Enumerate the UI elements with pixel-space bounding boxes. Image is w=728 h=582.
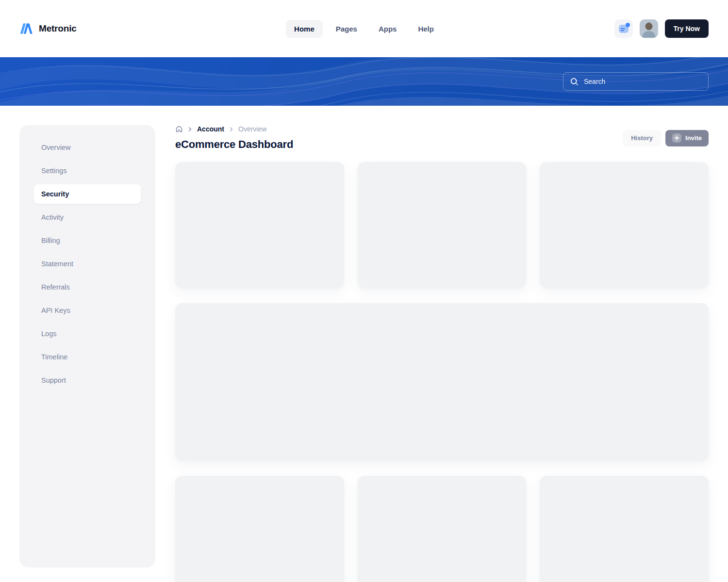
chevron-right-icon — [187, 127, 193, 132]
page-head: Account Overview eCommerce Dashboard His… — [175, 125, 709, 151]
app-header: Metronic Home Pages Apps Help Try Now — [0, 0, 728, 57]
sidebar-item-activity[interactable]: Activity — [34, 208, 141, 227]
sidebar-item-settings[interactable]: Settings — [34, 161, 141, 180]
search-box[interactable] — [563, 72, 709, 91]
search-icon — [570, 78, 579, 86]
content: Overview Settings Security Activity Bill… — [0, 125, 728, 582]
sidebar-item-statement[interactable]: Statement — [34, 254, 141, 274]
placeholder-card-wide — [175, 303, 709, 460]
sidebar-item-billing[interactable]: Billing — [34, 231, 141, 250]
placeholder-card — [175, 476, 344, 582]
breadcrumb-overview: Overview — [238, 125, 266, 133]
nav-home[interactable]: Home — [286, 20, 323, 38]
history-button[interactable]: History — [623, 130, 661, 146]
brand-name: Metronic — [39, 23, 77, 34]
breadcrumb-account[interactable]: Account — [197, 125, 224, 133]
sidebar-item-security[interactable]: Security — [34, 184, 141, 204]
try-now-button[interactable]: Try Now — [665, 19, 709, 38]
nav-pages[interactable]: Pages — [328, 20, 365, 38]
cards-row-bottom — [175, 476, 709, 582]
sidebar: Overview Settings Security Activity Bill… — [19, 125, 155, 567]
placeholder-card — [540, 162, 709, 288]
sidebar-item-logs[interactable]: Logs — [34, 324, 141, 343]
placeholder-card — [540, 476, 709, 582]
notifications-button[interactable] — [614, 19, 633, 38]
sidebar-item-api-keys[interactable]: API Keys — [34, 301, 141, 320]
plus-icon — [672, 133, 681, 143]
sidebar-menu: Overview Settings Security Activity Bill… — [19, 138, 155, 390]
page-actions: History Invite — [623, 130, 709, 146]
main-nav: Home Pages Apps Help — [286, 20, 442, 38]
notification-dot — [626, 23, 630, 27]
nav-apps[interactable]: Apps — [370, 20, 405, 38]
header-actions: Try Now — [614, 19, 709, 38]
invite-label: Invite — [685, 134, 702, 142]
invite-button[interactable]: Invite — [665, 130, 709, 146]
placeholder-card — [175, 162, 344, 288]
sidebar-item-timeline[interactable]: Timeline — [34, 347, 141, 367]
placeholder-card — [358, 476, 527, 582]
chevron-right-icon — [229, 127, 234, 132]
avatar[interactable] — [640, 19, 658, 38]
nav-help[interactable]: Help — [410, 20, 442, 38]
main-panel: Account Overview eCommerce Dashboard His… — [175, 125, 709, 582]
home-icon[interactable] — [175, 125, 183, 133]
sidebar-item-referrals[interactable]: Referrals — [34, 277, 141, 297]
metronic-logo-icon — [19, 23, 34, 34]
hero-banner — [0, 57, 728, 106]
sidebar-item-overview[interactable]: Overview — [34, 138, 141, 157]
page-title: eCommerce Dashboard — [175, 138, 293, 151]
breadcrumb: Account Overview — [175, 125, 293, 133]
cards-row-top — [175, 162, 709, 288]
brand[interactable]: Metronic — [19, 23, 77, 34]
sidebar-item-support[interactable]: Support — [34, 371, 141, 390]
search-input[interactable] — [584, 78, 701, 85]
placeholder-card — [358, 162, 527, 288]
